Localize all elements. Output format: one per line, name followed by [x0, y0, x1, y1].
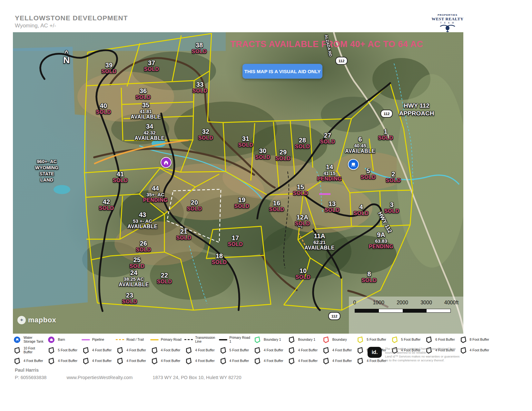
parcel-12A-label[interactable]: 12ASOLD [295, 214, 310, 227]
parcel-acreage: 35+- AC [143, 192, 168, 197]
parcel-24-label[interactable]: 2438.25 ACAVAILABLE [119, 269, 149, 288]
parcel-25-label[interactable]: 25SOLD [130, 257, 144, 269]
water-storage-tank-icon[interactable] [348, 159, 359, 170]
parcel-status-badge: SOLD [212, 260, 227, 265]
parcel-40-label[interactable]: 40SOLD [96, 103, 111, 115]
parcel-39-label[interactable]: 39SOLD [102, 62, 116, 74]
parcel-status-badge: SOLD [296, 275, 310, 280]
parcel-27-label[interactable]: 27SOLD [320, 132, 335, 145]
legend-item: 5 Foot Buffer [390, 335, 425, 345]
scale-tick-label: 2000 [397, 300, 408, 306]
north-compass: ^ N [61, 51, 72, 65]
parcel-10-label[interactable]: 10SOLD [296, 268, 310, 280]
parcel-36-label[interactable]: 36SOLD [136, 88, 151, 100]
parcel-23-label[interactable]: 23SOLD [122, 292, 137, 305]
parcel-number: 15 [293, 184, 308, 191]
scale-tick-label: 3000 [420, 300, 432, 306]
parcel-26-label[interactable]: 26SOLD [136, 240, 151, 253]
parcel-22-label[interactable]: 22SOLD [157, 272, 172, 285]
parcel-14-label[interactable]: 1441.15PENDING [317, 164, 342, 182]
parcel-status-badge: SOLD [113, 178, 128, 183]
parcel-11A-label[interactable]: 11A62.21AVAILABLE [304, 233, 335, 251]
compass-letter: N [61, 55, 72, 65]
parcel-38-label[interactable]: 38SOLD [192, 42, 207, 54]
parcel-status-badge: SOLD [295, 221, 310, 227]
parcel-32-label[interactable]: 32SOLD [198, 128, 213, 141]
page-title: YELLOWSTONE DEVELOPMENT [15, 14, 128, 22]
parcel-acreage: 53 +- AC [127, 219, 158, 224]
parcel-number: 22 [157, 272, 172, 279]
parcel-number: 23 [122, 292, 137, 299]
parcel-31-label[interactable]: 31SOLD [238, 135, 253, 148]
legend-item: 5 Foot Buffer [219, 345, 253, 355]
legend-item: 4 Foot Buffer [82, 356, 116, 366]
parcel-number: 25 [130, 257, 144, 263]
parcel-8-label[interactable]: 8SOLD [362, 271, 377, 283]
parcel-status-badge: SOLD [96, 110, 111, 115]
parcel-1-label[interactable]: 1SOLD [378, 128, 393, 141]
parcel-30-label[interactable]: 30SOLD [255, 148, 270, 160]
agent-website[interactable]: www.PropertiesWestRealty.com [66, 375, 133, 380]
legend-item: 4 Foot Buffer [116, 345, 150, 355]
parcel-34-label[interactable]: 3442.32AVAILABLE [134, 123, 165, 141]
parcel-35-label[interactable]: 3541.81AVAILABLE [131, 102, 161, 120]
tracts-banner: TRACTS AVAILABLE FROM 40+ AC TO 64 AC [230, 39, 391, 49]
brand-line3: T E A M [428, 22, 467, 24]
parcel-2-label[interactable]: 2SOLD [386, 171, 401, 183]
parcel-16-label[interactable]: 16SOLD [269, 200, 284, 212]
parcel-37-label[interactable]: 37SOLD [144, 60, 159, 72]
state-land-label: 960+- AC WYOMING STATE LAND [26, 159, 68, 183]
parcel-4-label[interactable]: 4SOLD [354, 204, 369, 216]
parcel-acreage: 41.15 [317, 171, 342, 176]
parcel-number: 10 [296, 268, 310, 274]
parcel-9A-label[interactable]: 9A63.83PENDING [369, 231, 393, 250]
parcel-number: 41 [113, 171, 128, 178]
barn-icon[interactable] [161, 157, 172, 168]
legend-item-label: 8 Foot Buffer [470, 338, 489, 342]
parcel-29-label[interactable]: 29SOLD [276, 149, 291, 161]
parcel-number: 42 [99, 199, 114, 205]
parcel-44-label[interactable]: 4435+- ACPENDING [143, 185, 168, 203]
parcel-5-label[interactable]: 5SOLD [361, 168, 376, 180]
dashed-line-swatch [116, 339, 124, 340]
parcel-status-badge: SOLD [354, 211, 369, 216]
map-canvas[interactable]: TRACTS AVAILABLE FROM 40+ AC TO 64 AC TH… [13, 32, 463, 334]
legend-item: Boundary [322, 335, 356, 345]
parcel-17-label[interactable]: 17SOLD [228, 235, 243, 247]
page-subtitle: Wyoming, AC +/- [15, 23, 56, 29]
parcel-6-label[interactable]: 640.45AVAILABLE [345, 136, 375, 154]
parcel-43-label[interactable]: 4353 +- ACAVAILABLE [127, 211, 158, 230]
boundary-polygon-swatch [253, 347, 261, 354]
legend-item: Primary Road 1 [219, 335, 253, 345]
parcel-acreage: 62.21 [304, 240, 335, 245]
parcel-28-label[interactable]: 28SOLD [295, 137, 310, 150]
parcel-18-label[interactable]: 18SOLD [212, 253, 227, 265]
boundary-polygon-swatch [253, 336, 261, 343]
parcel-status-badge: SOLD [325, 208, 340, 213]
legend-item: Primary Road [150, 335, 184, 345]
parcel-15-label[interactable]: 15SOLD [293, 184, 308, 196]
legend-item: 4 Foot Buffer [150, 356, 184, 366]
parcel-20-label[interactable]: 20SOLD [187, 199, 202, 212]
parcel-21-label[interactable]: 21SOLD [176, 228, 191, 241]
parcel-41-label[interactable]: 41SOLD [113, 171, 128, 183]
legend-item: 4 Foot Buffer [184, 356, 219, 366]
parcel-status-badge: AVAILABLE [134, 136, 165, 141]
mapbox-logo-icon: ✦ [17, 316, 26, 324]
boundary-polygon-swatch [82, 357, 90, 365]
mapbox-attribution[interactable]: ✦ mapbox [17, 316, 56, 324]
parcel-42-label[interactable]: 42SOLD [99, 199, 114, 211]
parcel-3-label[interactable]: 3SOLD [384, 201, 399, 214]
parcel-33-label[interactable]: 33SOLD [192, 81, 207, 94]
legend-item: 4 Foot Buffer [47, 356, 81, 366]
scalebar [355, 309, 451, 313]
scalebar-ticks: 01000200030004000ft [351, 300, 457, 307]
legend-item-label: 4 Foot Buffer [126, 348, 146, 352]
parcel-19-label[interactable]: 19SOLD [234, 197, 249, 209]
hwy-112-shield: 112 [380, 110, 393, 118]
legend-item: Barn [47, 335, 81, 345]
boundary-polygon-swatch [13, 347, 21, 354]
parcel-13-label[interactable]: 13SOLD [325, 201, 340, 213]
hwy-112-shield: 112 [328, 312, 340, 320]
parcel-status-badge: SOLD [192, 49, 207, 54]
